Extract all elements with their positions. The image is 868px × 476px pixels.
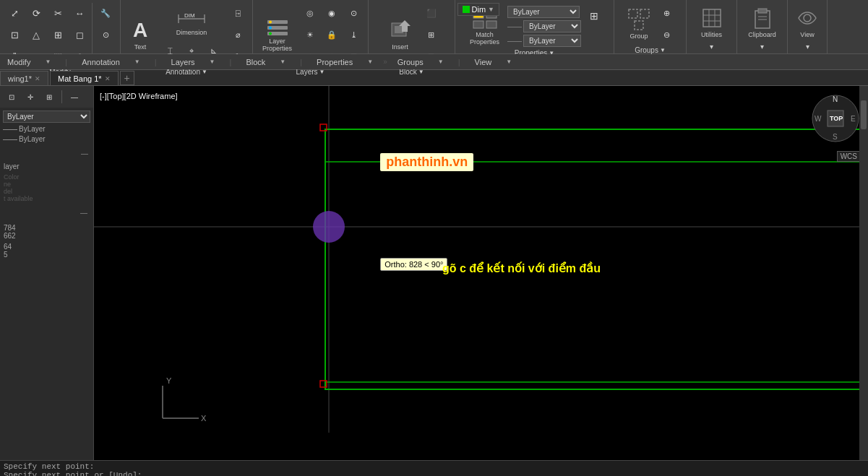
lp-prop-available: t available bbox=[4, 195, 90, 202]
tool-btn-7[interactable]: ⊞ bbox=[48, 25, 68, 45]
insert-button[interactable]: Insert bbox=[382, 16, 418, 53]
text-label: Text bbox=[134, 43, 147, 51]
tool-btn-3[interactable]: ✂ bbox=[48, 3, 68, 23]
svg-rect-20 bbox=[640, 9, 649, 18]
bylayer-dropdown-2[interactable]: ByLayer bbox=[523, 20, 581, 33]
left-panel-toolbar: ⊡ ✛ ⊞ — bbox=[0, 86, 93, 108]
tool-btn-2[interactable]: ⟳ bbox=[26, 3, 46, 23]
view-button[interactable]: View bbox=[792, 4, 822, 41]
layer-properties-button[interactable]: LayerProperties bbox=[257, 16, 297, 53]
clipboard-icon bbox=[751, 7, 774, 30]
clipboard-arrow: ▾ bbox=[760, 43, 764, 51]
svg-text:E: E bbox=[851, 115, 856, 123]
svg-rect-16 bbox=[486, 21, 497, 28]
tool-btn-4[interactable]: ↔ bbox=[69, 3, 90, 23]
lp-tool-2[interactable]: ✛ bbox=[22, 89, 38, 105]
ribbon-group-utilities: Utilities ▾ bbox=[687, 0, 737, 53]
utilities-button[interactable]: Utilities bbox=[697, 4, 727, 41]
prop-tool-1[interactable]: ⊞ bbox=[584, 6, 604, 26]
text-button[interactable]: A Text bbox=[125, 16, 155, 53]
annotation-arrow[interactable]: ▼ bbox=[127, 59, 147, 65]
layer-tool-6[interactable]: ⤓ bbox=[343, 25, 364, 45]
group-button[interactable]: Group bbox=[624, 5, 654, 43]
tool-btn-explode[interactable]: ⊙ bbox=[95, 25, 116, 45]
groups-arrow[interactable]: ▼ bbox=[431, 59, 451, 65]
ann-tool-5[interactable]: ⌀ bbox=[228, 25, 248, 45]
dimension-button[interactable]: DIM Dimension bbox=[166, 9, 217, 38]
lp-tool-3[interactable]: ⊞ bbox=[41, 89, 57, 105]
utilities-icon bbox=[700, 7, 723, 30]
lp-bylayer-section: ByLayer —— ByLayer —— ByLayer bbox=[0, 108, 93, 143]
tab-wing1[interactable]: wing1* ✕ bbox=[0, 71, 48, 85]
modify-arrow[interactable]: ▼ bbox=[38, 59, 58, 65]
layer-tool-4[interactable]: ☀ bbox=[300, 25, 320, 45]
properties-menu[interactable]: Properties bbox=[309, 58, 360, 66]
bylayer-dropdown-3[interactable]: ByLayer bbox=[523, 35, 581, 47]
ribbon-group-clipboard: Clipboard ▾ bbox=[737, 0, 788, 53]
block-tool-1[interactable]: ⬛ bbox=[421, 3, 442, 23]
clipboard-button[interactable]: Clipboard bbox=[747, 4, 778, 41]
tab-add-button[interactable]: + bbox=[120, 71, 134, 85]
bylayer-dropdown-1[interactable]: ByLayer bbox=[507, 6, 580, 18]
group-tool-1[interactable]: ⊕ bbox=[656, 3, 676, 23]
layers-arrow[interactable]: ▼ bbox=[202, 59, 223, 65]
view-menu[interactable]: View bbox=[468, 58, 499, 66]
layers-menu[interactable]: Layers bbox=[164, 58, 202, 66]
groups-dropdown-arrow[interactable]: ▼ bbox=[660, 47, 666, 53]
lp-minus-1[interactable]: — bbox=[79, 147, 90, 159]
viewport-label: [-][Top][2D Wireframe] bbox=[100, 92, 178, 100]
lp-tool-1[interactable]: ⊡ bbox=[4, 89, 20, 105]
lp-prop-del: del bbox=[4, 188, 90, 195]
lp-tool-4[interactable]: — bbox=[66, 89, 82, 105]
block-tool-2[interactable]: ⊞ bbox=[421, 25, 442, 45]
ribbon-group-groups: Group ⊕ ⊖ Groups ▼ bbox=[614, 0, 687, 53]
dim-dropdown[interactable]: Dim ▼ bbox=[457, 3, 499, 16]
clipboard-group-label: ▾ bbox=[760, 43, 764, 51]
clipboard-tools: Clipboard bbox=[747, 3, 778, 41]
block-dropdown-arrow[interactable]: ▼ bbox=[418, 69, 424, 75]
ribbon-group-annotation: A Text DIM bbox=[121, 0, 253, 53]
lp-coord-2: 662 bbox=[4, 232, 90, 240]
lp-bylayer-select-1[interactable]: ByLayer bbox=[3, 111, 90, 123]
scrollbar-vertical[interactable] bbox=[859, 86, 868, 460]
block-menu[interactable]: Block bbox=[239, 58, 272, 66]
layer-tool-2[interactable]: ◉ bbox=[322, 3, 342, 23]
group-label-text: Group bbox=[629, 33, 648, 40]
layer-tool-5[interactable]: 🔒 bbox=[322, 25, 342, 45]
annotation-menu[interactable]: Annotation bbox=[74, 58, 127, 66]
svg-point-31 bbox=[804, 14, 811, 22]
cmd-line-2: Specify next point or [Undo]: bbox=[4, 471, 864, 476]
canvas-area[interactable]: [-][Top][2D Wireframe] Y bbox=[94, 86, 868, 460]
tool-btn-5[interactable]: ⊡ bbox=[4, 25, 25, 45]
svg-rect-28 bbox=[758, 9, 767, 13]
ann-tool-4[interactable]: ⍈ bbox=[228, 3, 248, 23]
lp-bylayer-row-2: —— ByLayer bbox=[3, 125, 90, 133]
view-menu-arrow[interactable]: ▼ bbox=[499, 59, 519, 65]
group-tool-2[interactable]: ⊖ bbox=[656, 25, 676, 45]
annotation-dropdown-arrow[interactable]: ▼ bbox=[202, 69, 207, 75]
scrollbar-thumb[interactable] bbox=[861, 100, 867, 129]
tool-btn-8[interactable]: ◻ bbox=[69, 25, 90, 45]
dimension-icon: DIM bbox=[177, 10, 206, 27]
layer-tool-3[interactable]: ⊙ bbox=[343, 3, 364, 23]
tool-btn-1[interactable]: ⤢ bbox=[4, 3, 25, 23]
tool-btn-6[interactable]: △ bbox=[26, 25, 46, 45]
compass: N S W E TOP bbox=[810, 93, 861, 144]
lp-minus-section: — bbox=[0, 143, 93, 159]
ribbon-toolbar: ⤢ ⟳ ✂ ↔ ⊡ △ ⊞ ◻ ∥ ↗ ⬚ ⊕ bbox=[0, 0, 868, 54]
svg-rect-14 bbox=[473, 21, 484, 28]
layers-dropdown-arrow[interactable]: ▼ bbox=[319, 69, 325, 75]
modify-menu[interactable]: Modify bbox=[0, 58, 38, 66]
tool-btn-fillet[interactable]: 🔧 bbox=[95, 3, 116, 23]
layer-tool-1[interactable]: ◎ bbox=[300, 3, 320, 23]
tab-matbang1[interactable]: Mat Bang 1* ✕ bbox=[50, 71, 119, 85]
block-arrow[interactable]: ▼ bbox=[272, 59, 293, 65]
lp-minus-2[interactable]: — bbox=[78, 207, 90, 218]
properties-arrow[interactable]: ▼ bbox=[360, 59, 380, 65]
tab-matbang1-close[interactable]: ✕ bbox=[105, 75, 111, 82]
groups-menu[interactable]: Groups bbox=[390, 58, 431, 66]
tab-wing1-close[interactable]: ✕ bbox=[35, 75, 40, 82]
ribbon-group-view: View ▾ bbox=[788, 0, 828, 53]
svg-text:DIM: DIM bbox=[184, 12, 195, 19]
lp-prop-color: Color bbox=[4, 173, 90, 181]
